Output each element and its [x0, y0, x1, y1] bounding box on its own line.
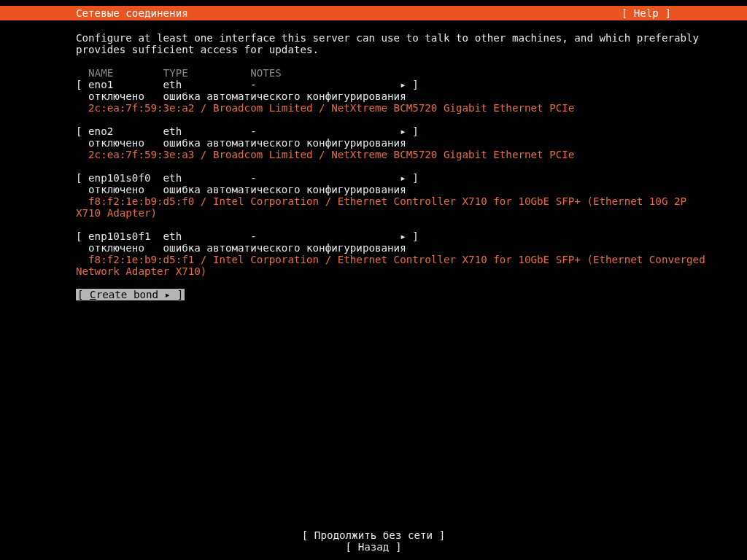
interface-state: отключено ошибка автоматического конфигу…	[76, 242, 671, 254]
interface-state: отключено ошибка автоматического конфигу…	[76, 184, 671, 195]
interface-header[interactable]: [ enp101s0f0 eth - ▸ ]	[76, 172, 671, 184]
interface-header[interactable]: [ enp101s0f1 eth - ▸ ]	[76, 230, 671, 242]
interface-row[interactable]: [ enp101s0f1 eth - ▸ ] отключено ошибка …	[76, 230, 671, 277]
interface-row[interactable]: [ enp101s0f0 eth - ▸ ] отключено ошибка …	[76, 172, 671, 219]
interface-header[interactable]: [ eno2 eth - ▸ ]	[76, 125, 671, 137]
help-button[interactable]: [ Help ]	[622, 6, 747, 20]
create-bond-button[interactable]: [ Create bond ▸ ]	[76, 289, 185, 300]
content-area: Configure at least one interface this se…	[0, 20, 671, 300]
column-headers: NAME TYPE NOTES	[76, 67, 671, 79]
interface-row[interactable]: [ eno1 eth - ▸ ] отключено ошибка автома…	[76, 79, 671, 114]
interface-state: отключено ошибка автоматического конфигу…	[76, 90, 671, 102]
interface-hardware: 2c:ea:7f:59:3e:a2 / Broadcom Limited / N…	[76, 102, 671, 114]
intro-text: Configure at least one interface this se…	[76, 32, 671, 55]
interface-state: отключено ошибка автоматического конфигу…	[76, 137, 671, 149]
interface-header[interactable]: [ eno1 eth - ▸ ]	[76, 79, 671, 90]
continue-button[interactable]: [ Продолжить без сети ]	[302, 529, 445, 541]
page-title: Сетевые соединения	[0, 6, 188, 20]
interface-row[interactable]: [ eno2 eth - ▸ ] отключено ошибка автома…	[76, 125, 671, 160]
back-button[interactable]: [ Назад ]	[346, 541, 402, 553]
interface-hardware: f8:f2:1e:b9:d5:f0 / Intel Corporation / …	[76, 195, 671, 219]
footer-buttons: [ Продолжить без сети ] [ Назад ]	[0, 529, 747, 553]
interface-hardware: f8:f2:1e:b9:d5:f1 / Intel Corporation / …	[76, 254, 671, 277]
interface-hardware: 2c:ea:7f:59:3e:a3 / Broadcom Limited / N…	[76, 149, 671, 160]
header-bar: Сетевые соединения [ Help ]	[0, 6, 747, 20]
